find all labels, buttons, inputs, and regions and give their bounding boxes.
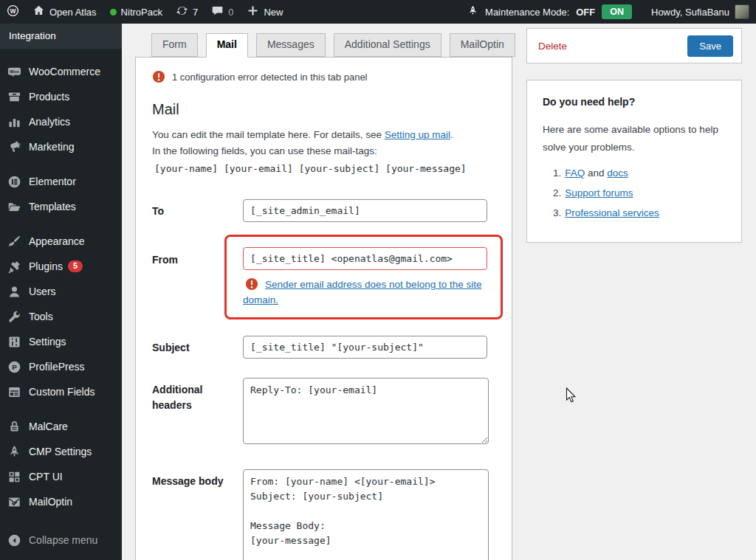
config-error-notice: 1 configuration error detected in this t… (152, 70, 495, 83)
sidebar-item-woocommerce[interactable]: WooWooCommerce (0, 59, 122, 84)
help-links-list: 1.FAQ and docs2.Support forums3.Professi… (543, 167, 726, 218)
lock-icon (7, 419, 21, 434)
sidebar-item-profilepress[interactable]: PProfilePress (0, 354, 122, 379)
sidebar-item-integration[interactable]: Integration (0, 24, 122, 49)
help-link-professional-services[interactable]: Professional services (565, 207, 659, 218)
new-content-menu[interactable]: New (240, 0, 289, 24)
rocket-icon (467, 5, 478, 18)
sidebar-item-marketing[interactable]: Marketing (0, 134, 122, 159)
home-icon (32, 4, 45, 19)
save-button[interactable]: Save (687, 35, 733, 57)
main-content: FormMailMessagesAdditional SettingsMailO… (122, 24, 756, 560)
nitropack-status-dot (110, 9, 117, 15)
folder-icon (7, 199, 21, 214)
subject-label: Subject (152, 336, 243, 359)
brush-icon (7, 234, 21, 249)
message-body-label: Message body (152, 469, 243, 560)
maintenance-on-toggle[interactable]: ON (602, 4, 632, 19)
subject-input[interactable] (243, 336, 487, 359)
svg-text:W: W (10, 7, 16, 15)
table-icon (7, 384, 21, 399)
setting-up-mail-link[interactable]: Setting up mail (385, 129, 450, 140)
message-body-row: Message body From: [your-name] <[your-em… (152, 469, 495, 560)
sidebar-item-label: CPT UI (29, 469, 63, 484)
site-name-link[interactable]: Open Atlas (26, 0, 103, 24)
sidebar-item-custom-fields[interactable]: Custom Fields (0, 379, 122, 404)
admin-bar: W Open Atlas NitroPack 7 0 New Maintenan… (0, 0, 756, 24)
delete-link[interactable]: Delete (538, 41, 567, 52)
help-link-faq[interactable]: FAQ (565, 167, 585, 179)
user-avatar (735, 4, 749, 19)
sidebar-item-plugins[interactable]: Plugins5 (0, 254, 122, 279)
admin-bar-right: Maintenance Mode: OFF ON Howdy, SufiaBan… (460, 0, 756, 24)
account-menu[interactable]: Howdy, SufiaBanu (639, 4, 756, 19)
from-input[interactable] (243, 247, 487, 270)
help-title: Do you need help? (543, 96, 726, 108)
wordpress-logo-icon: W (7, 4, 19, 19)
wordpress-logo-menu[interactable]: W (0, 0, 26, 24)
sidebar-item-label: Plugins (29, 259, 63, 274)
sidebar-item-tools[interactable]: Tools (0, 304, 122, 329)
sidebar-item-templates[interactable]: Templates (0, 194, 122, 219)
maintenance-mode-label: Maintenance Mode: (485, 7, 569, 18)
svg-text:Woo: Woo (9, 69, 18, 74)
sidebar-item-label: CMP Settings (29, 444, 92, 459)
mail-check-icon (7, 494, 21, 509)
sidebar-item-label: Analytics (29, 114, 70, 129)
publish-actions-box: Delete Save (526, 28, 742, 63)
sidebar-item-analytics[interactable]: Analytics (0, 109, 122, 134)
collapse-arrow-icon (7, 533, 21, 547)
sidebar-item-label: MalCare (29, 419, 68, 434)
mail-tab-panel: 1 configuration error detected in this t… (135, 57, 512, 560)
tab-additional-settings[interactable]: Additional Settings (334, 33, 441, 57)
sidebar-item-mailoptin[interactable]: MailOptin (0, 489, 122, 514)
plugin-icon (7, 259, 21, 274)
sidebar-item-label: Tools (29, 309, 53, 324)
sidebar-item-users[interactable]: Users (0, 279, 122, 304)
help-item-number: 2. (553, 187, 561, 198)
tab-form[interactable]: Form (151, 33, 198, 57)
tab-mailoptin[interactable]: MailOptin (450, 33, 515, 57)
tab-messages[interactable]: Messages (256, 33, 326, 57)
tab-mail[interactable]: Mail (206, 33, 248, 58)
help-item: 2.Support forums (553, 187, 726, 198)
sidebar-item-malcare[interactable]: MalCare (0, 414, 122, 439)
warning-icon (245, 277, 258, 291)
elementor-icon (7, 174, 21, 189)
sidebar-item-label: WooCommerce (29, 64, 100, 79)
sender-domain-error-link[interactable]: Sender email address does not belong to … (243, 279, 481, 306)
wrench-icon (7, 309, 21, 324)
comments-menu[interactable]: 0 (205, 0, 240, 24)
sidebar-item-label: Marketing (29, 139, 74, 154)
sidebar-item-cpt-ui[interactable]: CPT UI (0, 464, 122, 489)
updates-icon (176, 4, 188, 19)
sidebar-item-elementor[interactable]: Elementor (0, 169, 122, 194)
sidebar-item-appearance[interactable]: Appearance (0, 229, 122, 254)
sidebar-item-label: Templates (29, 199, 76, 214)
sidebar-item-products[interactable]: Products (0, 84, 122, 109)
sidebar-item-settings[interactable]: Settings (0, 329, 122, 354)
to-input[interactable] (243, 199, 487, 222)
grid-icon (7, 469, 21, 484)
help-box: Do you need help? Here are some availabl… (526, 80, 742, 243)
collapse-menu-button[interactable]: Collapse menu (0, 528, 122, 553)
help-item-text: and (585, 167, 607, 179)
comments-icon (211, 4, 224, 19)
sidebar-item-label: Settings (29, 334, 66, 349)
message-body-textarea[interactable]: From: [your-name] <[your-email]> Subject… (243, 469, 489, 560)
plugins-update-badge: 5 (68, 260, 83, 272)
sidebar-item-label: Custom Fields (29, 384, 94, 399)
mouse-cursor (566, 387, 577, 407)
sidebar-item-label: Elementor (29, 174, 76, 189)
additional-headers-textarea[interactable]: Reply-To: [your-email] (243, 378, 489, 444)
updates-menu[interactable]: 7 (169, 0, 205, 24)
to-field-row: To (152, 199, 495, 222)
nitropack-menu[interactable]: NitroPack (103, 0, 169, 24)
from-field-error: Sender email address does not belong to … (243, 277, 487, 308)
form-editor-tabs: FormMailMessagesAdditional SettingsMailO… (151, 33, 515, 58)
help-link-docs[interactable]: docs (607, 167, 628, 179)
svg-text:P: P (12, 363, 17, 371)
rocket-icon (7, 444, 21, 459)
sidebar-item-cmp-settings[interactable]: CMP Settings (0, 439, 122, 464)
help-link-support-forums[interactable]: Support forums (565, 187, 633, 198)
